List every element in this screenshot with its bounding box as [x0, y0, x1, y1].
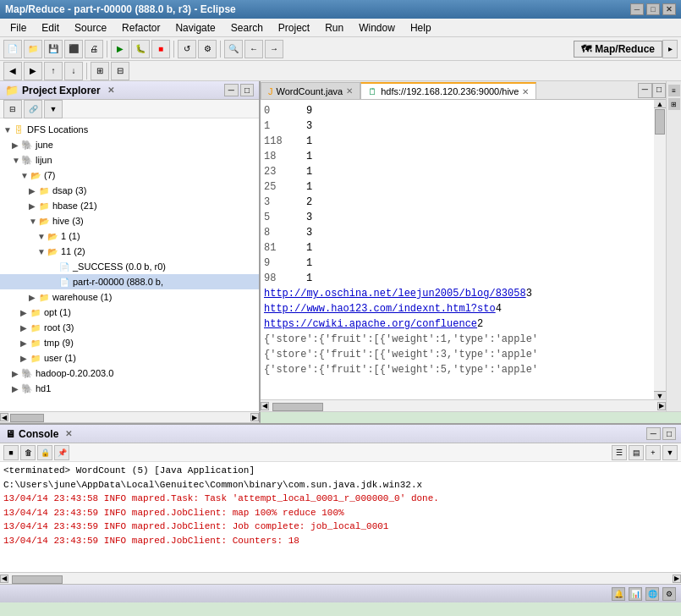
- pe-hscroll-bar[interactable]: ◀ ▶: [0, 412, 261, 423]
- hscroll-left[interactable]: ◀: [261, 402, 269, 410]
- status-icon-4[interactable]: ⚙: [662, 587, 676, 601]
- tree-item-7[interactable]: ▼ 📂 (7): [0, 168, 259, 183]
- code-line-url3[interactable]: https://cwiki.apache.org/confluence 2: [264, 316, 651, 332]
- tb2-btn2[interactable]: ▶: [24, 62, 42, 80]
- tree-item-hadoop[interactable]: ▶ 🐘 hadoop-0.20.203.0: [0, 366, 259, 381]
- open-button[interactable]: 📁: [24, 40, 42, 58]
- pe-minimize-btn[interactable]: ─: [224, 84, 239, 96]
- menu-search[interactable]: Search: [224, 20, 270, 36]
- tb2-btn6[interactable]: ⊟: [111, 62, 129, 80]
- console-new-btn[interactable]: +: [645, 445, 661, 460]
- console-minimize-btn[interactable]: ─: [646, 427, 661, 440]
- menu-edit[interactable]: Edit: [35, 20, 66, 36]
- tree-item-hive[interactable]: ▼ 📂 hive (3): [0, 213, 259, 228]
- run-button[interactable]: ▶: [111, 40, 129, 58]
- menu-project[interactable]: Project: [272, 20, 316, 36]
- console-hscroll[interactable]: ◀ ▶: [0, 572, 681, 584]
- tree-item-success[interactable]: 📄 _SUCCESS (0.0 b, r0): [0, 259, 259, 274]
- debug-button[interactable]: 🐛: [131, 40, 150, 58]
- pe-hscroll-thumb[interactable]: [10, 414, 44, 422]
- pe-menu-btn[interactable]: ▼: [44, 100, 63, 118]
- console-hscroll-left[interactable]: ◀: [0, 575, 8, 583]
- tb2-btn3[interactable]: ↑: [44, 62, 63, 80]
- minimize-button[interactable]: ─: [630, 3, 644, 15]
- console-close-icon[interactable]: ✕: [65, 429, 72, 438]
- menu-help[interactable]: Help: [404, 20, 438, 36]
- tb2-btn1[interactable]: ◀: [3, 62, 22, 80]
- tree-item-lijun[interactable]: ▼ 🐘 lijun: [0, 152, 259, 168]
- console-stop-btn[interactable]: ■: [3, 445, 19, 460]
- hdfs-tab-close[interactable]: ✕: [522, 87, 529, 96]
- wordcount-tab-close[interactable]: ✕: [346, 86, 353, 96]
- code-line-url1[interactable]: http://my.oschina.net/leejun2005/blog/83…: [264, 286, 651, 301]
- console-dropdown-btn[interactable]: ▼: [662, 445, 678, 460]
- tree-item-opt[interactable]: ▶ 📁 opt (1): [0, 305, 259, 320]
- build-button[interactable]: ⚙: [198, 40, 217, 58]
- tb2-btn4[interactable]: ↓: [64, 62, 83, 80]
- menu-run[interactable]: Run: [318, 20, 350, 36]
- tree-item-june[interactable]: ▶ 🐘 june: [0, 137, 259, 152]
- right-icon-2[interactable]: ⊞: [668, 98, 680, 110]
- mapreduce-button[interactable]: 🗺 Map/Reduce: [574, 41, 662, 58]
- vscroll-down[interactable]: ▼: [654, 391, 666, 399]
- tree-item-11[interactable]: ▼ 📂 11 (2): [0, 244, 259, 259]
- pe-collapse-btn[interactable]: ⊟: [3, 100, 22, 118]
- pe-hscroll-right[interactable]: ▶: [250, 413, 259, 421]
- stop-button[interactable]: ■: [151, 40, 170, 58]
- pe-close-icon[interactable]: ✕: [107, 85, 114, 95]
- console-lock-btn[interactable]: 🔒: [37, 445, 52, 460]
- hscroll-right[interactable]: ▶: [657, 402, 666, 410]
- hscroll-thumb[interactable]: [272, 403, 323, 411]
- vscroll-up[interactable]: ▲: [654, 100, 666, 108]
- close-button[interactable]: ✕: [662, 3, 676, 15]
- menu-refactor[interactable]: Refactor: [115, 20, 167, 36]
- console-menu-btn[interactable]: ☰: [612, 445, 627, 460]
- tab-hdfs[interactable]: 🗒 hdfs://192.168.120.236:9000/hive ✕: [360, 82, 536, 99]
- status-icon-3[interactable]: 🌐: [645, 587, 659, 601]
- editor-hscroll[interactable]: ◀ ▶: [261, 399, 666, 411]
- refresh-button[interactable]: ↺: [178, 40, 196, 58]
- tree-item-hd1[interactable]: ▶ 🐘 hd1: [0, 381, 259, 396]
- pe-maximize-btn[interactable]: □: [240, 84, 254, 96]
- print-button[interactable]: 🖨: [85, 40, 103, 58]
- tree-item-dsap[interactable]: ▶ 📁 dsap (3): [0, 183, 259, 198]
- editor-vscroll[interactable]: ▲ ▼: [654, 100, 666, 399]
- extra-btn[interactable]: ▸: [662, 40, 678, 58]
- console-content[interactable]: <terminated> WordCount (5) [Java Applica…: [0, 462, 681, 572]
- editor-minimize-btn[interactable]: ─: [638, 83, 652, 98]
- console-pin-btn[interactable]: 📌: [54, 445, 69, 460]
- tab-wordcount[interactable]: J WordCount.java ✕: [261, 82, 360, 99]
- status-icon-1[interactable]: 🔔: [612, 587, 625, 601]
- tree-item-tmp[interactable]: ▶ 📁 tmp (9): [0, 335, 259, 350]
- tree-item-warehouse[interactable]: ▶ 📁 warehouse (1): [0, 289, 259, 305]
- dfs-locations[interactable]: ▼ 🗄 DFS Locations: [0, 122, 259, 137]
- tree-item-1[interactable]: ▼ 📂 1 (1): [0, 228, 259, 244]
- back-button[interactable]: ←: [244, 40, 263, 58]
- menu-window[interactable]: Window: [352, 20, 402, 36]
- forward-button[interactable]: →: [265, 40, 283, 58]
- vscroll-thumb[interactable]: [655, 109, 665, 135]
- tree-item-root[interactable]: ▶ 📁 root (3): [0, 320, 259, 335]
- save-all-button[interactable]: ⬛: [64, 40, 83, 58]
- tree-item-part-r[interactable]: 📄 part-r-00000 (888.0 b,: [0, 274, 259, 289]
- tree-item-hbase[interactable]: ▶ 📁 hbase (21): [0, 198, 259, 213]
- pe-link-btn[interactable]: 🔗: [24, 100, 42, 118]
- status-icon-2[interactable]: 📊: [629, 587, 642, 601]
- maximize-button[interactable]: □: [646, 3, 660, 15]
- code-line-url2[interactable]: http://www.hao123.com/indexnt.html?sto 4: [264, 301, 651, 316]
- console-hscroll-right[interactable]: ▶: [673, 575, 681, 583]
- console-clear-btn[interactable]: 🗑: [20, 445, 36, 460]
- menu-file[interactable]: File: [3, 20, 33, 36]
- editor-text[interactable]: 0 9 1 3 118 1 18 1 23 1 25 1 3 2 5 3 8 3…: [261, 100, 654, 399]
- right-icon-1[interactable]: ≡: [668, 85, 680, 96]
- tb2-btn5[interactable]: ⊞: [91, 62, 109, 80]
- pe-hscroll-left[interactable]: ◀: [0, 413, 8, 421]
- new-button[interactable]: 📄: [3, 40, 22, 58]
- console-maximize-btn[interactable]: □: [662, 427, 676, 440]
- menu-source[interactable]: Source: [68, 20, 113, 36]
- tree-item-user[interactable]: ▶ 📁 user (1): [0, 350, 259, 366]
- menu-navigate[interactable]: Navigate: [168, 20, 222, 36]
- save-button[interactable]: 💾: [44, 40, 63, 58]
- console-view-btn[interactable]: ▤: [629, 445, 644, 460]
- editor-maximize-btn[interactable]: □: [652, 83, 666, 98]
